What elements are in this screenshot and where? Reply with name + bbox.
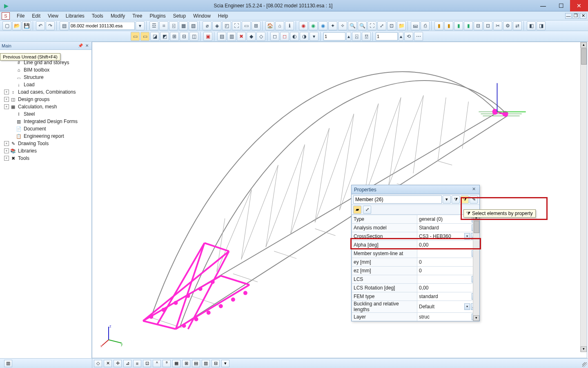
prop-row-ez-mm-[interactable]: ez [mm]0 xyxy=(352,267,479,275)
tb1-03[interactable]: ⍃ xyxy=(169,21,178,30)
tb1-33[interactable]: ◨ xyxy=(537,21,546,30)
tb1-07[interactable]: ◈ xyxy=(212,21,221,30)
tb1-14[interactable]: ℹ xyxy=(285,21,294,30)
tb1-02[interactable]: ⌗ xyxy=(159,21,168,30)
zoom-out-button[interactable]: 🔍 xyxy=(358,21,367,30)
properties-close-button[interactable]: ✕ xyxy=(470,186,477,193)
expander-icon[interactable]: + xyxy=(4,148,9,153)
main-tree[interactable]: ☐Project#Line grid and storeys⌂BIM toolb… xyxy=(0,50,91,358)
tree-item-bim-toolbox[interactable]: ⌂BIM toolbox xyxy=(0,66,91,74)
prop-row-fem-type[interactable]: FEM typestandard▾ xyxy=(352,292,479,301)
tb1-08[interactable]: ◰ xyxy=(222,21,231,30)
app-menu-icon[interactable]: S xyxy=(2,12,10,20)
snap-6[interactable]: ⊡ xyxy=(143,360,151,367)
menu-window[interactable]: Window xyxy=(189,12,214,20)
expander-icon[interactable]: + xyxy=(4,156,9,161)
maximize-button[interactable]: ☐ xyxy=(552,0,570,11)
menu-setup[interactable]: Setup xyxy=(169,12,189,20)
tree-item-integrated-design-forms[interactable]: ▥Integrated Design Forms xyxy=(0,118,91,125)
zoom-window-button[interactable]: ⛶ xyxy=(368,21,376,30)
viewport-vscroll[interactable]: ▴ ▾ xyxy=(580,42,587,352)
doc-dropdown-button[interactable]: ▾ xyxy=(136,21,145,30)
tb1-17[interactable]: ◉ xyxy=(318,21,327,30)
tb1-20[interactable]: 📁 xyxy=(397,21,406,30)
tree-item-design-groups[interactable]: +◫Design groups xyxy=(0,96,91,103)
snap-4[interactable]: ⊿ xyxy=(123,360,131,367)
prop-row-member-system-line-at[interactable]: Member system-line at▾ xyxy=(352,249,479,258)
menu-tree[interactable]: Tree xyxy=(129,12,146,20)
menu-file[interactable]: File xyxy=(13,12,28,20)
tb2-12[interactable]: ◆ xyxy=(247,32,256,41)
properties-vscroll-down[interactable]: ▾ xyxy=(473,315,479,321)
tb1-28[interactable]: ⊡ xyxy=(483,21,492,30)
tb1-19[interactable]: ✧ xyxy=(338,21,347,30)
tb2-11[interactable]: ✖ xyxy=(237,32,246,41)
prop-value[interactable]: 0,00 xyxy=(419,285,477,291)
tb2-18[interactable]: ▾ xyxy=(310,32,318,41)
snap-12[interactable]: ▥ xyxy=(202,360,210,367)
menu-plugins[interactable]: Plugins xyxy=(146,12,169,20)
tb2-21[interactable]: ⟲ xyxy=(404,32,413,41)
prop-row-analysis-model[interactable]: Analysis modelStandard▾ xyxy=(352,224,479,232)
prop-value[interactable]: Standard xyxy=(419,225,471,231)
tb2-07[interactable]: ◫ xyxy=(189,32,198,41)
dropdown-icon[interactable]: ▾ xyxy=(464,233,470,240)
snap-2[interactable]: ✕ xyxy=(104,360,112,367)
tb2-17[interactable]: ◑ xyxy=(300,32,309,41)
close-button[interactable]: ✕ xyxy=(570,0,588,11)
minimize-button[interactable]: — xyxy=(534,0,552,11)
mdi-close-button[interactable]: ✕ xyxy=(580,13,586,19)
properties-selector[interactable] xyxy=(353,195,442,204)
menu-modify[interactable]: Modify xyxy=(107,12,129,20)
tb1-24[interactable]: ▮ xyxy=(444,21,453,30)
zoom-all-button[interactable]: ⊡ xyxy=(387,21,396,30)
menu-help[interactable]: Help xyxy=(214,12,232,20)
tb2-15[interactable]: ◻ xyxy=(280,32,289,41)
tb1-30[interactable]: ⚙ xyxy=(503,21,512,30)
menu-tools[interactable]: Tools xyxy=(88,12,107,20)
vscroll-thumb[interactable] xyxy=(581,48,587,65)
prop-value[interactable]: general (0) xyxy=(419,216,471,222)
snap-1[interactable]: ◇ xyxy=(94,360,102,367)
tb1-10[interactable]: ▭ xyxy=(242,21,251,30)
prop-row-alpha-deg-[interactable]: Alpha [deg]0,00 xyxy=(352,241,479,249)
mdi-minimize-button[interactable]: — xyxy=(565,13,572,19)
dropdown-icon[interactable]: ▾ xyxy=(464,303,470,310)
tb1-32[interactable]: ◧ xyxy=(527,21,536,30)
vscroll-up[interactable]: ▴ xyxy=(581,42,587,48)
tb1-29[interactable]: ✂ xyxy=(493,21,502,30)
properties-selector-drop[interactable]: ▾ xyxy=(443,195,451,204)
tree-item-load-cases-combinations[interactable]: +↕Load cases, Combinations xyxy=(0,88,91,96)
open-button[interactable]: 📂 xyxy=(12,21,21,30)
prop-value[interactable]: Default xyxy=(419,304,463,310)
prop-value[interactable]: 0,00 xyxy=(419,242,477,248)
redo-button[interactable]: ↷ xyxy=(46,21,55,30)
status-btn-1[interactable]: ▥ xyxy=(4,360,12,367)
zoom-in-button[interactable]: 🔍 xyxy=(348,21,357,30)
undo-button[interactable]: ↶ xyxy=(36,21,45,30)
beam-icon[interactable]: ▰ xyxy=(353,206,361,214)
tb1-18[interactable]: ✦ xyxy=(328,21,337,30)
tb2-20[interactable]: ⍔ xyxy=(362,32,371,41)
snap-9[interactable]: ▦ xyxy=(172,360,180,367)
tb2-04[interactable]: ◩ xyxy=(160,32,169,41)
edit-pencil-button[interactable]: ✎ xyxy=(470,195,478,204)
menu-view[interactable]: View xyxy=(44,12,62,20)
snap-10[interactable]: ⊞ xyxy=(182,360,190,367)
tb2-09[interactable]: ▤ xyxy=(217,32,226,41)
tree-item-engineering-report[interactable]: 📋Engineering report xyxy=(0,132,91,140)
snap-5[interactable]: ≡ xyxy=(133,360,141,367)
tb2-10[interactable]: ▥ xyxy=(227,32,236,41)
properties-vscroll[interactable]: ▴ ▾ xyxy=(473,215,479,321)
windows-button[interactable]: ▤ xyxy=(60,21,69,30)
tb1-13[interactable]: ⌂ xyxy=(275,21,284,30)
tree-item-steel[interactable]: ISteel xyxy=(0,110,91,118)
tb2-19[interactable]: ⍓ xyxy=(352,32,361,41)
prop-value[interactable]: 0 xyxy=(419,268,477,274)
snap-3[interactable]: ✛ xyxy=(114,360,122,367)
tree-item-load[interactable]: ↓Load xyxy=(0,81,91,88)
prop-value[interactable]: CS3 - HEB360 xyxy=(419,233,463,239)
spinner-2[interactable] xyxy=(376,32,398,40)
tb2-02[interactable]: ▭ xyxy=(140,32,149,41)
document-selector[interactable] xyxy=(69,22,135,30)
